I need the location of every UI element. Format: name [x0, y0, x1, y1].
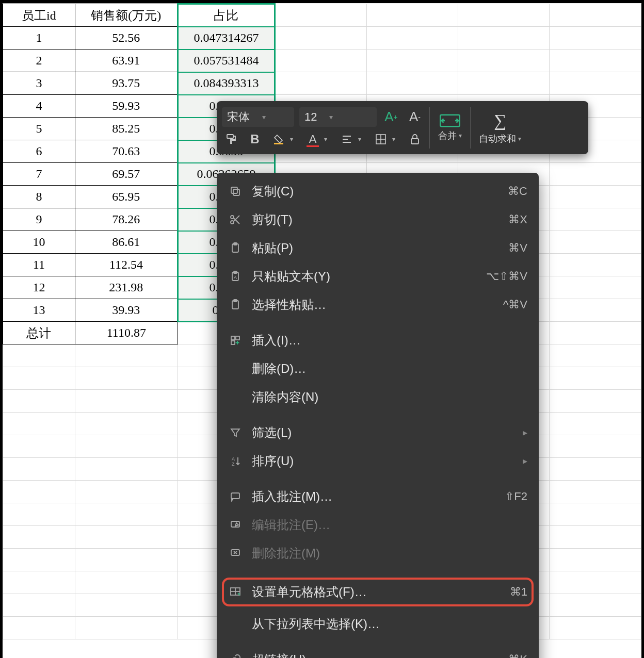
empty-cell[interactable] [75, 413, 178, 435]
data-cell[interactable]: 0.084393313 [178, 72, 275, 95]
menu-cut[interactable]: 剪切(T) ⌘X [217, 205, 539, 234]
empty-cell[interactable] [75, 458, 178, 481]
empty-cell[interactable] [3, 367, 75, 390]
empty-cell[interactable] [550, 4, 641, 27]
empty-cell[interactable] [3, 435, 75, 458]
empty-cell[interactable] [550, 594, 641, 617]
data-cell[interactable]: 13 [3, 299, 75, 322]
autosum-button[interactable]: ∑ 自动求和▾ [471, 101, 529, 154]
data-cell[interactable]: 52.56 [75, 27, 178, 50]
empty-cell[interactable] [275, 27, 366, 50]
menu-paste-special[interactable]: 选择性粘贴… ^⌘V [217, 290, 539, 319]
data-cell[interactable]: 0.057531484 [178, 50, 275, 72]
data-cell[interactable]: 93.75 [75, 72, 178, 95]
empty-cell[interactable] [550, 481, 641, 503]
total-value[interactable]: 1110.87 [75, 322, 178, 344]
empty-cell[interactable] [458, 27, 549, 50]
empty-cell[interactable] [550, 276, 641, 299]
empty-cell[interactable] [3, 390, 75, 413]
empty-cell[interactable] [550, 186, 641, 208]
data-cell[interactable]: 6 [3, 140, 75, 163]
empty-cell[interactable] [3, 344, 75, 367]
empty-cell[interactable] [3, 503, 75, 526]
total-label[interactable]: 总计 [3, 322, 75, 344]
empty-cell[interactable] [275, 4, 366, 27]
empty-cell[interactable] [75, 526, 178, 549]
empty-cell[interactable] [550, 231, 641, 254]
empty-cell[interactable] [75, 571, 178, 594]
empty-cell[interactable] [550, 27, 641, 50]
data-cell[interactable]: 39.93 [75, 299, 178, 322]
menu-delete[interactable]: 删除(D)… [217, 354, 539, 383]
empty-cell[interactable] [75, 503, 178, 526]
menu-clear[interactable]: 清除内容(N) [217, 383, 539, 411]
data-cell[interactable]: 85.25 [75, 118, 178, 140]
empty-cell[interactable] [75, 367, 178, 390]
data-cell[interactable]: 59.93 [75, 95, 178, 118]
empty-cell[interactable] [3, 526, 75, 549]
merge-button[interactable]: 合并▾ [430, 101, 470, 154]
empty-cell[interactable] [366, 72, 458, 95]
data-cell[interactable]: 5 [3, 118, 75, 140]
empty-cell[interactable] [550, 526, 641, 549]
menu-filter[interactable]: 筛选(L) ▸ [217, 418, 539, 447]
empty-cell[interactable] [550, 390, 641, 413]
data-cell[interactable]: 2 [3, 50, 75, 72]
data-cell[interactable]: 86.61 [75, 231, 178, 254]
data-cell[interactable]: 78.26 [75, 208, 178, 231]
menu-format-cells[interactable]: 设置单元格格式(F)… ⌘1 [217, 574, 539, 610]
menu-copy[interactable]: 复制(C) ⌘C [217, 177, 539, 205]
empty-cell[interactable] [458, 72, 549, 95]
data-cell[interactable]: 231.98 [75, 276, 178, 299]
empty-cell[interactable] [75, 390, 178, 413]
data-cell[interactable]: 11 [3, 254, 75, 276]
empty-cell[interactable] [550, 322, 641, 344]
menu-paste-text[interactable]: A 只粘贴文本(Y) ⌥⇧⌘V [217, 262, 539, 290]
data-cell[interactable]: 65.95 [75, 186, 178, 208]
data-cell[interactable]: 10 [3, 231, 75, 254]
increase-font-icon[interactable]: A+ [382, 108, 400, 126]
empty-cell[interactable] [366, 50, 458, 72]
data-cell[interactable]: 69.57 [75, 163, 178, 186]
bold-icon[interactable]: B [246, 130, 264, 149]
data-cell[interactable]: 12 [3, 276, 75, 299]
data-cell[interactable]: 3 [3, 72, 75, 95]
empty-cell[interactable] [550, 367, 641, 390]
menu-sort[interactable]: AZ 排序(U) ▸ [217, 447, 539, 475]
menu-insert[interactable]: 插入(I)… [217, 326, 539, 354]
empty-cell[interactable] [3, 594, 75, 617]
empty-cell[interactable] [550, 413, 641, 435]
empty-cell[interactable] [3, 413, 75, 435]
empty-cell[interactable] [275, 50, 366, 72]
empty-cell[interactable] [75, 344, 178, 367]
data-cell[interactable]: 9 [3, 208, 75, 231]
data-cell[interactable]: 1 [3, 27, 75, 50]
font-color-icon[interactable]: A ▾ [303, 130, 322, 149]
empty-cell[interactable] [550, 72, 641, 95]
decrease-font-icon[interactable]: A- [406, 108, 424, 126]
align-icon[interactable]: ▾ [337, 130, 356, 149]
empty-cell[interactable] [550, 503, 641, 526]
empty-cell[interactable] [550, 549, 641, 571]
empty-cell[interactable] [458, 50, 549, 72]
data-cell[interactable]: 0.047314267 [178, 27, 275, 50]
data-cell[interactable]: 4 [3, 95, 75, 118]
font-family-select[interactable]: 宋体 ▾ [222, 107, 294, 127]
empty-cell[interactable] [550, 163, 641, 186]
font-size-select[interactable]: 12 ▾ [299, 107, 377, 127]
column-header[interactable]: 销售额(万元) [75, 4, 178, 27]
empty-cell[interactable] [3, 617, 75, 639]
empty-cell[interactable] [550, 571, 641, 594]
fill-color-icon[interactable]: ▾ [269, 130, 288, 149]
menu-hyperlink[interactable]: 超链接(H)… ⌘K [217, 645, 539, 658]
menu-dropdown-pick[interactable]: 从下拉列表中选择(K)… [217, 610, 539, 638]
menu-insert-comment[interactable]: 插入批注(M)… ⇧F2 [217, 482, 539, 511]
data-cell[interactable]: 70.63 [75, 140, 178, 163]
empty-cell[interactable] [550, 208, 641, 231]
data-cell[interactable]: 8 [3, 186, 75, 208]
lock-icon[interactable] [406, 130, 424, 149]
empty-cell[interactable] [275, 72, 366, 95]
empty-cell[interactable] [458, 4, 549, 27]
empty-cell[interactable] [550, 344, 641, 367]
empty-cell[interactable] [75, 549, 178, 571]
